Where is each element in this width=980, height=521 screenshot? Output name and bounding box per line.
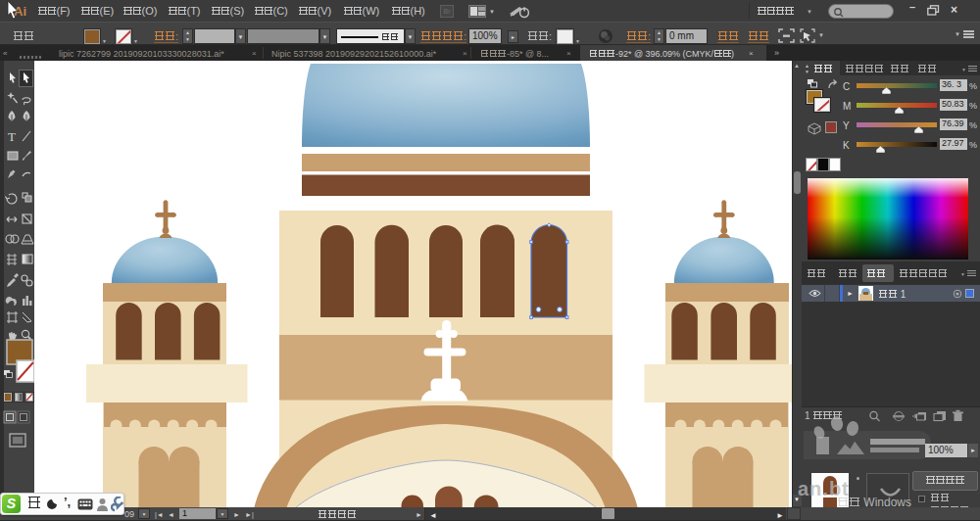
svg-text:T: T	[8, 129, 16, 144]
